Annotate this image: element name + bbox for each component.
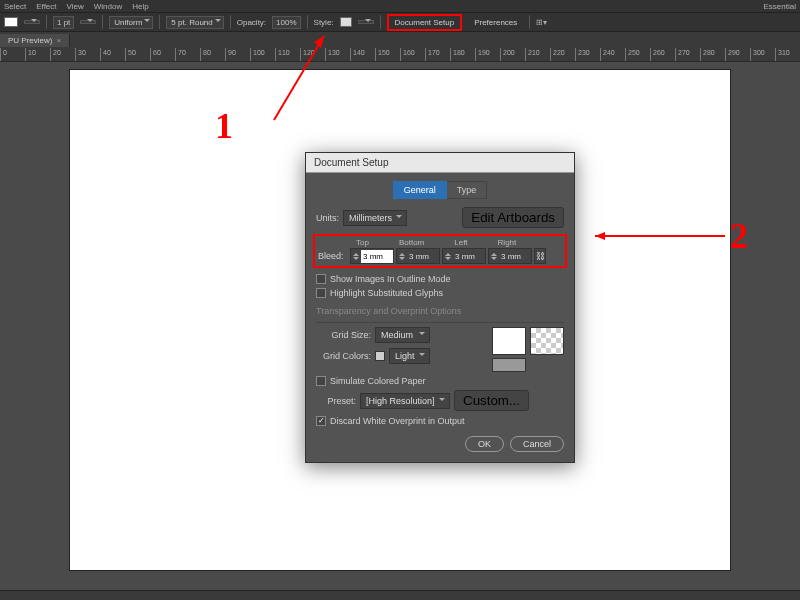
- ruler-tick: 30: [75, 48, 100, 62]
- discard-white-checkbox[interactable]: [316, 416, 326, 426]
- bleed-section: Top Bottom Left Right Bleed: ⛓: [313, 234, 567, 268]
- menu-window[interactable]: Window: [94, 2, 122, 11]
- ruler-tick: 70: [175, 48, 200, 62]
- units-dropdown[interactable]: Millimeters: [343, 210, 407, 226]
- preferences-button[interactable]: Preferences: [468, 16, 523, 29]
- document-tabs: PU Preview) ×: [0, 32, 800, 48]
- bleed-top-input[interactable]: [361, 250, 393, 263]
- stepper-arrows-icon[interactable]: [489, 249, 499, 263]
- ruler-tick: 180: [450, 48, 475, 62]
- style-swatch[interactable]: [340, 17, 352, 27]
- ruler-tick: 280: [700, 48, 725, 62]
- ruler-tick: 250: [625, 48, 650, 62]
- link-bleed-icon[interactable]: ⛓: [534, 248, 546, 264]
- custom-preset-button[interactable]: Custom...: [454, 390, 529, 411]
- ruler-tick: 200: [500, 48, 525, 62]
- bleed-label: Bleed:: [318, 251, 348, 261]
- style-dropdown[interactable]: [358, 20, 374, 24]
- style-label: Style:: [314, 18, 334, 27]
- menu-help[interactable]: Help: [132, 2, 148, 11]
- ruler-tick: 50: [125, 48, 150, 62]
- dialog-tabs: General Type: [316, 181, 564, 199]
- menu-view[interactable]: View: [67, 2, 84, 11]
- ok-button[interactable]: OK: [465, 436, 504, 452]
- highlight-glyphs-label: Highlight Substituted Glyphs: [330, 288, 443, 298]
- simulate-paper-checkbox[interactable]: [316, 376, 326, 386]
- svg-marker-3: [595, 232, 605, 240]
- stepper-arrows-icon[interactable]: [397, 249, 407, 263]
- opacity-label: Opacity:: [237, 18, 266, 27]
- arrow-2-icon: [590, 230, 730, 242]
- bleed-header-bottom: Bottom: [399, 238, 424, 247]
- ruler-tick: 270: [675, 48, 700, 62]
- bleed-bottom-input[interactable]: [407, 250, 439, 263]
- bleed-top-stepper[interactable]: [350, 248, 394, 264]
- document-tab[interactable]: PU Preview) ×: [0, 34, 70, 47]
- annotation-1: 1: [215, 105, 233, 147]
- bleed-bottom-stepper[interactable]: [396, 248, 440, 264]
- stroke-dropdown[interactable]: [80, 20, 96, 24]
- preset-dropdown[interactable]: [High Resolution]: [360, 393, 450, 409]
- ruler-tick: 160: [400, 48, 425, 62]
- transparency-preview-checker: [530, 327, 564, 355]
- ruler-tick: 10: [25, 48, 50, 62]
- bleed-header-top: Top: [356, 238, 369, 247]
- grid-colors-dropdown[interactable]: Light: [389, 348, 430, 364]
- ruler-tick: 190: [475, 48, 500, 62]
- align-icon[interactable]: ⊞▾: [536, 18, 547, 27]
- ruler-tick: 90: [225, 48, 250, 62]
- document-setup-button[interactable]: Document Setup: [387, 14, 463, 31]
- ruler-tick: 20: [50, 48, 75, 62]
- ruler-tick: 210: [525, 48, 550, 62]
- ruler-tick: 230: [575, 48, 600, 62]
- edit-artboards-button[interactable]: Edit Artboards: [462, 207, 564, 228]
- bleed-left-stepper[interactable]: [442, 248, 486, 264]
- horizontal-ruler: 0102030405060708090100110120130140150160…: [0, 48, 800, 62]
- ruler-tick: 220: [550, 48, 575, 62]
- annotation-2: 2: [730, 215, 748, 257]
- highlight-glyphs-checkbox[interactable]: [316, 288, 326, 298]
- ruler-tick: 60: [150, 48, 175, 62]
- transparency-preview-gray: [492, 358, 526, 372]
- fill-swatch[interactable]: [4, 17, 18, 27]
- grid-colors-label: Grid Colors:: [316, 351, 371, 361]
- opacity-value[interactable]: 100%: [272, 16, 300, 29]
- menu-select[interactable]: Select: [4, 2, 26, 11]
- ruler-tick: 150: [375, 48, 400, 62]
- ruler-tick: 80: [200, 48, 225, 62]
- stepper-arrows-icon[interactable]: [351, 249, 361, 263]
- grid-color-swatch[interactable]: [375, 351, 385, 361]
- show-outline-checkbox[interactable]: [316, 274, 326, 284]
- bleed-left-input[interactable]: [453, 250, 485, 263]
- horizontal-scrollbar[interactable]: [0, 590, 800, 600]
- preset-label: Preset:: [316, 396, 356, 406]
- fill-dropdown[interactable]: [24, 20, 40, 24]
- arrow-1-icon: [264, 30, 364, 130]
- bleed-right-stepper[interactable]: [488, 248, 532, 264]
- menu-effect[interactable]: Effect: [36, 2, 56, 11]
- profile-dropdown[interactable]: Uniform: [109, 16, 153, 29]
- stepper-arrows-icon[interactable]: [443, 249, 453, 263]
- grid-size-label: Grid Size:: [316, 330, 371, 340]
- document-setup-dialog: Document Setup General Type Units: Milli…: [305, 152, 575, 463]
- close-icon[interactable]: ×: [56, 36, 61, 45]
- ruler-tick: 260: [650, 48, 675, 62]
- cancel-button[interactable]: Cancel: [510, 436, 564, 452]
- brush-dropdown[interactable]: 5 pt. Round: [166, 16, 223, 29]
- tab-type[interactable]: Type: [447, 181, 488, 199]
- workspace-switcher[interactable]: Essential: [764, 2, 796, 11]
- svg-line-0: [274, 36, 324, 120]
- tab-label: PU Preview): [8, 36, 52, 45]
- ruler-tick: 170: [425, 48, 450, 62]
- ruler-tick: 310: [775, 48, 800, 62]
- svg-marker-1: [314, 36, 324, 48]
- ruler-tick: 300: [750, 48, 775, 62]
- ruler-tick: 40: [100, 48, 125, 62]
- grid-size-dropdown[interactable]: Medium: [375, 327, 430, 343]
- tab-general[interactable]: General: [393, 181, 447, 199]
- bleed-right-input[interactable]: [499, 250, 531, 263]
- ruler-tick: 240: [600, 48, 625, 62]
- ruler-tick: 0: [0, 48, 25, 62]
- units-label: Units:: [316, 213, 339, 223]
- stroke-weight[interactable]: 1 pt: [53, 16, 74, 29]
